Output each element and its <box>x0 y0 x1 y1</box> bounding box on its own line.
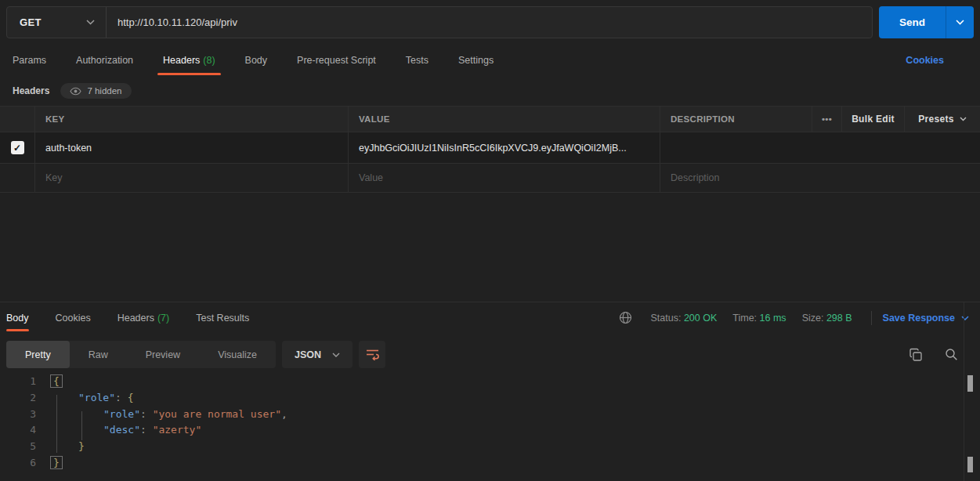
headers-meta-row: Headers 7 hidden <box>0 76 980 106</box>
chevron-down-icon <box>956 20 964 25</box>
divider <box>871 311 872 325</box>
key-placeholder[interactable]: Key <box>35 164 349 192</box>
indent-guide <box>56 395 57 453</box>
column-key: KEY <box>35 107 349 132</box>
url-input[interactable] <box>107 7 872 38</box>
view-mode-visualize[interactable]: Visualize <box>199 341 276 368</box>
headers-table: KEY VALUE DESCRIPTION ••• Bulk Edit Pres… <box>0 106 980 193</box>
line-number: 6 <box>0 455 36 472</box>
indent-guide <box>81 411 82 440</box>
copy-icon[interactable] <box>909 348 923 362</box>
response-tab-headers-count: (7) <box>157 313 169 324</box>
presets-dropdown[interactable]: Presets <box>905 107 980 132</box>
tab-body[interactable]: Body <box>245 55 268 66</box>
response-tab-test-results[interactable]: Test Results <box>196 313 249 324</box>
scrollbar-thumb[interactable] <box>967 457 973 472</box>
response-tab-body[interactable]: Body <box>6 313 29 324</box>
chevron-down-icon <box>961 316 969 320</box>
send-button-group: Send <box>879 6 974 38</box>
row-checkbox-checked[interactable] <box>11 141 24 154</box>
size-badge: Size: 298 B <box>802 313 852 324</box>
url-bar: GET <box>6 6 873 38</box>
json-key: "role" <box>103 408 140 420</box>
eye-icon <box>70 87 81 96</box>
search-icon[interactable] <box>945 348 958 361</box>
chevron-down-icon <box>960 117 967 121</box>
globe-icon[interactable] <box>619 311 632 324</box>
size-value: 298 B <box>826 313 852 324</box>
view-mode-preview[interactable]: Preview <box>127 341 199 368</box>
table-row-empty: Key Value Description <box>0 164 980 193</box>
send-label: Send <box>899 16 925 28</box>
save-response-button[interactable]: Save Response <box>883 313 969 324</box>
format-label: JSON <box>295 349 321 360</box>
line-number: 5 <box>0 439 36 455</box>
send-options-button[interactable] <box>946 6 974 38</box>
scrollbar-thumb[interactable] <box>967 375 973 392</box>
line-number: 1 <box>0 374 36 390</box>
chevron-down-icon <box>332 353 340 357</box>
status-badge: Status: 200 OK <box>651 313 718 324</box>
column-value: VALUE <box>349 107 660 132</box>
response-tab-cookies[interactable]: Cookies <box>56 313 91 324</box>
response-tab-headers[interactable]: Headers(7) <box>118 313 170 324</box>
code-line: 1 { <box>0 374 980 390</box>
row-checkbox-cell <box>0 132 35 163</box>
time-badge: Time: 16 ms <box>732 313 786 324</box>
tab-params[interactable]: Params <box>13 55 46 66</box>
empty-checkbox-cell <box>0 164 35 192</box>
request-bar: GET Send <box>0 0 980 45</box>
code-line: 2 "role": { <box>0 390 980 407</box>
code-line: 6 } <box>0 455 980 472</box>
column-description: DESCRIPTION <box>660 107 812 132</box>
row-description[interactable] <box>660 132 980 163</box>
method-selector[interactable]: GET <box>7 7 107 38</box>
view-mode-pretty[interactable]: Pretty <box>6 341 70 368</box>
description-placeholder[interactable]: Description <box>660 164 980 192</box>
table-header-row: KEY VALUE DESCRIPTION ••• Bulk Edit Pres… <box>0 107 980 132</box>
response-pane: Body Cookies Headers(7) Test Results Sta… <box>0 302 980 481</box>
hidden-headers-label: 7 hidden <box>87 86 121 96</box>
format-dropdown[interactable]: JSON <box>282 341 353 368</box>
size-label: Size: <box>802 313 824 324</box>
row-key[interactable]: auth-token <box>35 132 349 163</box>
line-number: 3 <box>0 407 36 423</box>
time-value: 16 ms <box>760 313 787 324</box>
view-mode-raw[interactable]: Raw <box>70 341 127 368</box>
header-checkbox-cell <box>0 107 35 132</box>
wrap-lines-icon <box>366 349 379 360</box>
value-placeholder[interactable]: Value <box>349 164 660 192</box>
tab-headers[interactable]: Headers(8) <box>163 55 215 66</box>
code-line: 4 "desc": "azerty" <box>0 422 980 439</box>
wrap-lines-button[interactable] <box>359 341 385 368</box>
tab-authorization[interactable]: Authorization <box>76 55 133 66</box>
fold-toggle[interactable]: } <box>50 456 63 469</box>
status-label: Status: <box>651 313 682 324</box>
response-body-json[interactable]: 1 { 2 "role": { 3 "role": "you are norma… <box>0 368 980 477</box>
send-button[interactable]: Send <box>879 6 946 38</box>
tab-settings[interactable]: Settings <box>458 55 494 66</box>
chevron-down-icon <box>86 20 95 25</box>
view-mode-switcher: Pretty Raw Preview Visualize <box>6 341 276 368</box>
more-options-icon[interactable]: ••• <box>812 107 842 132</box>
row-value[interactable]: eyJhbGciOiJIUzI1NiIsInR5cCI6IkpXVCJ9.eyJ… <box>349 132 660 163</box>
fold-toggle[interactable]: { <box>50 374 63 388</box>
table-row: auth-token eyJhbGciOiJIUzI1NiIsInR5cCI6I… <box>0 132 980 164</box>
response-toolbar: Pretty Raw Preview Visualize JSON <box>0 341 980 368</box>
response-tab-headers-label: Headers <box>118 313 154 324</box>
cookies-link[interactable]: Cookies <box>906 55 944 66</box>
tab-headers-label: Headers <box>163 55 200 66</box>
presets-label: Presets <box>918 114 953 125</box>
request-tabs: Params Authorization Headers(8) Body Pre… <box>0 45 980 76</box>
tab-prerequest-script[interactable]: Pre-request Script <box>297 55 376 66</box>
time-label: Time: <box>732 313 757 324</box>
hidden-headers-toggle[interactable]: 7 hidden <box>60 83 131 99</box>
method-label: GET <box>20 16 42 28</box>
json-string-value: "you are normal user" <box>153 408 281 420</box>
response-tabs: Body Cookies Headers(7) Test Results Sta… <box>0 302 980 333</box>
line-number: 2 <box>0 390 36 407</box>
headers-section-title: Headers <box>13 85 49 96</box>
bulk-edit-button[interactable]: Bulk Edit <box>842 107 905 132</box>
tab-tests[interactable]: Tests <box>406 55 429 66</box>
code-line: 5 } <box>0 439 980 455</box>
